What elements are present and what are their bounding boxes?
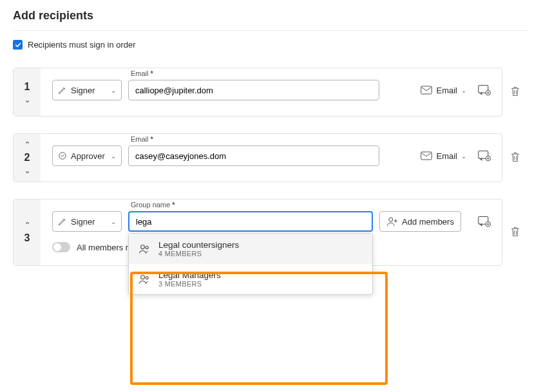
delete-recipient-button[interactable]	[510, 151, 520, 165]
role-label: Signer	[71, 217, 95, 227]
svg-point-8	[146, 246, 148, 248]
order-number: 1	[24, 81, 30, 93]
sign-in-order-checkbox[interactable]	[13, 40, 23, 50]
group-suggestions-dropdown: Legal countersigners 4 MEMBERS Legal Man…	[128, 233, 373, 295]
page-title: Add recipients	[13, 9, 528, 23]
pen-icon	[58, 217, 67, 226]
checkmark-icon	[15, 42, 21, 48]
svg-rect-0	[421, 86, 432, 94]
recipient-row: 1 ⌄ Signer ⌄ Email *	[13, 68, 502, 117]
delivery-label: Email	[436, 151, 457, 161]
message-plus-icon	[478, 216, 491, 227]
move-up-icon[interactable]: ⌃	[24, 141, 30, 148]
svg-point-3	[59, 153, 66, 160]
svg-point-10	[146, 276, 148, 279]
email-field-label: Email *	[131, 135, 153, 143]
svg-point-9	[141, 275, 145, 279]
divider	[13, 30, 528, 31]
chevron-down-icon: ⌄	[111, 87, 116, 94]
group-option-name: Legal Managers	[158, 270, 221, 280]
role-label: Signer	[71, 86, 95, 95]
move-down-icon[interactable]: ⌄	[24, 97, 30, 104]
order-handle[interactable]: ⌃ 2 ⌄	[14, 134, 41, 182]
add-members-button[interactable]: Add members	[379, 211, 461, 232]
group-field-label: Group name *	[131, 201, 175, 209]
envelope-icon	[421, 151, 432, 160]
add-members-label: Add members	[402, 217, 454, 227]
pen-icon	[58, 86, 67, 95]
email-field-label: Email *	[131, 70, 153, 77]
role-label: Approver	[71, 151, 105, 161]
person-plus-icon	[386, 216, 398, 227]
group-option-members: 4 MEMBERS	[158, 250, 239, 257]
message-plus-icon	[478, 150, 491, 162]
svg-point-7	[141, 245, 145, 248]
group-option-name: Legal countersigners	[158, 240, 239, 250]
message-plus-icon	[478, 84, 491, 96]
trash-icon	[510, 226, 520, 238]
chevron-down-icon: ⌄	[461, 87, 466, 94]
role-select[interactable]: Approver ⌄	[52, 145, 122, 166]
group-option-members: 3 MEMBERS	[158, 280, 221, 288]
group-option[interactable]: Legal countersigners 4 MEMBERS	[129, 234, 372, 264]
order-number: 3	[24, 232, 30, 244]
chevron-down-icon: ⌄	[111, 153, 116, 160]
svg-point-11	[389, 218, 393, 221]
delivery-select[interactable]: Email ⌄	[419, 82, 468, 98]
group-icon	[138, 273, 151, 286]
chevron-down-icon: ⌄	[461, 153, 466, 160]
group-icon	[138, 243, 151, 256]
delivery-label: Email	[436, 86, 457, 95]
role-select[interactable]: Signer ⌄	[52, 211, 122, 232]
private-message-button[interactable]	[477, 149, 491, 163]
order-handle[interactable]: 1 ⌄	[14, 68, 41, 116]
delete-recipient-button[interactable]	[510, 226, 520, 239]
private-message-button[interactable]	[477, 83, 491, 97]
trash-icon	[510, 86, 520, 97]
trash-icon	[510, 151, 520, 163]
all-members-toggle[interactable]	[52, 242, 70, 252]
role-select[interactable]: Signer ⌄	[52, 80, 122, 100]
chevron-down-icon: ⌄	[111, 218, 116, 225]
recipient-row: ⌃ 3 Signer ⌄ Group name *	[13, 199, 502, 266]
order-number: 2	[24, 152, 30, 163]
sign-in-order-label: Recipients must sign in order	[28, 40, 136, 50]
svg-rect-4	[421, 152, 432, 160]
recipient-row: ⌃ 2 ⌄ Approver ⌄ Email *	[13, 133, 502, 182]
email-input[interactable]	[128, 80, 379, 100]
delivery-select[interactable]: Email ⌄	[419, 148, 468, 164]
check-circle-icon	[58, 151, 67, 160]
move-up-icon[interactable]: ⌃	[24, 221, 30, 229]
group-option[interactable]: Legal Managers 3 MEMBERS	[129, 264, 372, 294]
envelope-icon	[421, 86, 432, 95]
email-input[interactable]	[128, 145, 379, 166]
group-name-input[interactable]	[128, 211, 373, 232]
move-down-icon[interactable]: ⌄	[24, 167, 30, 174]
private-message-button[interactable]	[477, 214, 491, 229]
delete-recipient-button[interactable]	[510, 86, 520, 99]
order-handle[interactable]: ⌃ 3	[14, 200, 41, 265]
